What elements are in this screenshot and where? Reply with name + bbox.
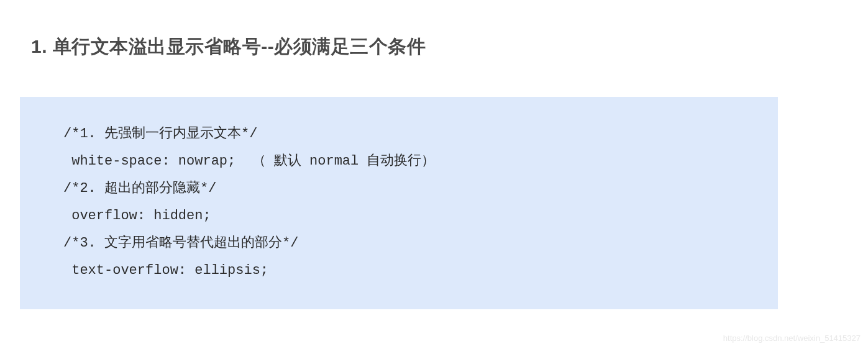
code-line-property-1: white-space: nowrap; （ 默认 normal 自动换行） xyxy=(63,148,734,175)
code-line-property-2: overflow: hidden; xyxy=(63,202,734,230)
code-line-comment-3: /*3. 文字用省略号替代超出的部分*/ xyxy=(63,230,734,257)
code-line-comment-1: /*1. 先强制一行内显示文本*/ xyxy=(63,120,734,148)
code-block: /*1. 先强制一行内显示文本*/ white-space: nowrap; （… xyxy=(20,97,778,309)
section-heading: 1. 单行文本溢出显示省略号--必须满足三个条件 xyxy=(31,34,837,60)
document-container: 1. 单行文本溢出显示省略号--必须满足三个条件 /*1. 先强制一行内显示文本… xyxy=(0,0,868,309)
watermark-text: https://blog.csdn.net/weixin_51415327 xyxy=(723,333,861,343)
code-line-comment-2: /*2. 超出的部分隐藏*/ xyxy=(63,175,734,202)
code-line-property-3: text-overflow: ellipsis; xyxy=(63,257,734,284)
